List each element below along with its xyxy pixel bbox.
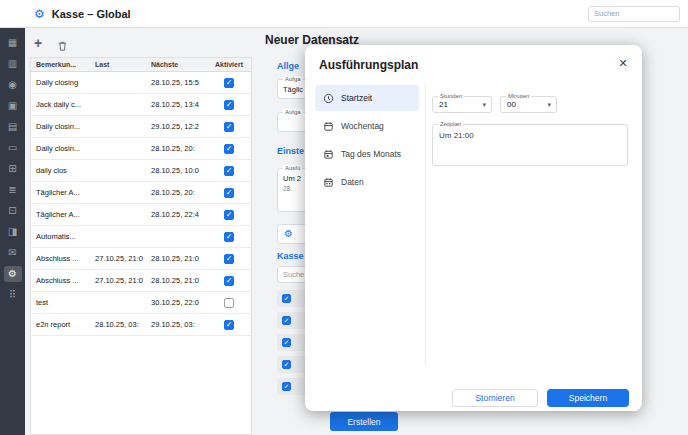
analytics-icon[interactable]: ◨: [4, 224, 22, 240]
cell-remark: Jack daily c...: [31, 100, 93, 109]
schedule-textarea[interactable]: Zeitplan Um 21:00: [432, 124, 628, 166]
cell-next: 28.10.25, 21:0: [149, 254, 209, 263]
display-icon[interactable]: ⊡: [4, 203, 22, 219]
trash-icon: [57, 40, 68, 52]
task-field-label: Aufga: [283, 76, 303, 83]
row-active-checkbox[interactable]: [224, 188, 234, 198]
cancel-button[interactable]: Stornieren: [452, 389, 538, 407]
dialog-nav-label: Tag des Monats: [341, 149, 401, 159]
global-search-input[interactable]: [588, 6, 680, 22]
top-header: ⚙ Kasse – Global: [0, 0, 688, 28]
row-active-checkbox[interactable]: [224, 232, 234, 242]
mail-icon[interactable]: ✉: [4, 245, 22, 261]
row-active-checkbox[interactable]: [224, 320, 234, 330]
home-icon[interactable]: ▦: [4, 35, 22, 51]
inventory-icon[interactable]: ▣: [4, 98, 22, 114]
dialog-nav-wochentag[interactable]: Wochentag: [315, 113, 419, 139]
table-row[interactable]: Jack daily c... 28.10.25, 13:4: [31, 94, 251, 116]
cell-last: 28.10.25, 03:: [93, 320, 149, 329]
calendar-range-icon: [323, 177, 334, 188]
table-row[interactable]: daily clos 28.10.25, 10:0: [31, 160, 251, 182]
add-record-button[interactable]: +: [34, 36, 42, 50]
table-row[interactable]: Täglicher A... 28.10.25, 22:4: [31, 204, 251, 226]
table-row[interactable]: e2n report 28.10.25, 03: 29.10.25, 03:: [31, 314, 251, 336]
cell-remark: Abschluss ...: [31, 276, 93, 285]
table-header-row: Bemerkun... Last Nächste Aktiviert: [31, 58, 251, 72]
minutes-select[interactable]: Minuten 00 ▾: [500, 96, 557, 113]
option-checkbox[interactable]: [282, 382, 291, 391]
column-header-aktiviert[interactable]: Aktiviert: [209, 61, 249, 68]
cell-next: 28.10.25, 15:5: [149, 78, 209, 87]
option-checkbox[interactable]: [282, 338, 291, 347]
table-row[interactable]: Täglicher A... 28.10.25, 20:: [31, 182, 251, 204]
create-button[interactable]: Erstellen: [330, 412, 398, 431]
column-header-last[interactable]: Last: [93, 61, 149, 68]
section-einstellungen-heading: Einste: [277, 146, 304, 156]
row-active-checkbox[interactable]: [224, 100, 234, 110]
cell-next: 29.10.25, 12:2: [149, 122, 209, 131]
chevron-down-icon: ▾: [482, 97, 486, 113]
clock-icon: [323, 93, 334, 104]
hours-select[interactable]: Stunden 21 ▾: [432, 96, 492, 113]
app-window: ⚙ Kasse – Global ▦ ▥ ◉ ▣ ▤ ▭ ⊞ ≣ ⊡ ◨ ✉ ⚙…: [0, 0, 688, 435]
left-sidebar: ▦ ▥ ◉ ▣ ▤ ▭ ⊞ ≣ ⊡ ◨ ✉ ⚙ ⠿: [0, 28, 25, 435]
cell-remark: daily clos: [31, 166, 93, 175]
dialog-nav-startzeit[interactable]: Startzeit: [315, 85, 419, 111]
nav-divider: [425, 85, 426, 365]
schedule-label: Zeitplan: [438, 121, 463, 128]
calendar-icon: [323, 121, 334, 132]
column-header-bemerkung[interactable]: Bemerkun...: [31, 61, 93, 68]
row-active-checkbox[interactable]: [224, 210, 234, 220]
save-button[interactable]: Speichern: [547, 389, 629, 407]
cell-last: 27.10.25, 21:0: [93, 254, 149, 263]
table-row[interactable]: Daily closin... 28.10.25, 20:: [31, 138, 251, 160]
section-kasse-heading: Kasse: [277, 251, 304, 261]
close-icon[interactable]: ✕: [616, 56, 630, 70]
row-active-checkbox[interactable]: [224, 144, 234, 154]
option-checkbox[interactable]: [282, 294, 291, 303]
table-row[interactable]: Abschluss ... 27.10.25, 21:0 28.10.25, 2…: [31, 248, 251, 270]
section-allgemein-heading: Allge: [277, 61, 299, 71]
apps-icon[interactable]: ⠿: [4, 287, 22, 303]
table-row[interactable]: Daily closing 28.10.25, 15:5: [31, 72, 251, 94]
cell-next: 28.10.25, 20:: [149, 188, 209, 197]
cell-next: 28.10.25, 21:0: [149, 276, 209, 285]
scanner-icon[interactable]: ▥: [4, 56, 22, 72]
cell-next: 30.10.25, 22:0: [149, 298, 209, 307]
row-active-checkbox[interactable]: [224, 166, 234, 176]
menu-icon[interactable]: ▤: [4, 119, 22, 135]
delete-button[interactable]: [57, 38, 68, 56]
cell-remark: Täglicher A...: [31, 188, 93, 197]
row-active-checkbox[interactable]: [224, 254, 234, 264]
cell-remark: Daily closin...: [31, 144, 93, 153]
cell-next: 29.10.25, 03:: [149, 320, 209, 329]
cell-remark: Täglicher A...: [31, 210, 93, 219]
calculator-icon[interactable]: ⊞: [4, 161, 22, 177]
option-checkbox[interactable]: [282, 316, 291, 325]
column-header-naechste[interactable]: Nächste: [149, 61, 209, 68]
settings-icon[interactable]: ⚙: [4, 266, 22, 282]
cell-remark: Automatis...: [31, 232, 93, 241]
receipt-icon[interactable]: ≣: [4, 182, 22, 198]
dialog-nav-label: Wochentag: [341, 121, 384, 131]
cell-remark: test: [31, 298, 93, 307]
cell-next: 28.10.25, 10:0: [149, 166, 209, 175]
row-active-checkbox[interactable]: [224, 78, 234, 88]
dialog-title: Ausführungsplan: [319, 58, 418, 72]
chevron-down-icon: ▾: [547, 97, 551, 113]
row-active-checkbox[interactable]: [224, 276, 234, 286]
dialog-nav-daten[interactable]: Daten: [315, 169, 419, 195]
cell-remark: Daily closing: [31, 78, 93, 87]
dialog-nav-tag-des-monats[interactable]: Tag des Monats: [315, 141, 419, 167]
users-icon[interactable]: ◉: [4, 77, 22, 93]
execution-plan-dialog: Ausführungsplan ✕ Startzeit Wochentag Ta…: [305, 45, 642, 411]
option-checkbox[interactable]: [282, 360, 291, 369]
card-icon[interactable]: ▭: [4, 140, 22, 156]
table-row[interactable]: Automatis...: [31, 226, 251, 248]
table-row[interactable]: test 30.10.25, 22:0: [31, 292, 251, 314]
table-row[interactable]: Abschluss ... 27.10.25, 21:0 28.10.25, 2…: [31, 270, 251, 292]
cell-next: 28.10.25, 20:: [149, 144, 209, 153]
table-row[interactable]: Daily closin... 29.10.25, 12:2: [31, 116, 251, 138]
row-active-checkbox[interactable]: [224, 122, 234, 132]
row-active-checkbox[interactable]: [224, 298, 234, 308]
